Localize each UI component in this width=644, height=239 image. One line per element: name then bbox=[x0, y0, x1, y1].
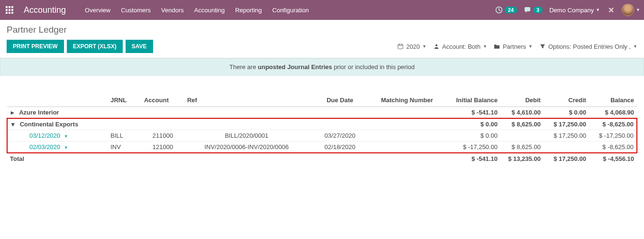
cell-balance: $ 4,068.90 bbox=[589, 107, 637, 119]
col-due: Due Date bbox=[309, 81, 371, 107]
company-name: Demo Company bbox=[549, 7, 594, 14]
nav-customers[interactable]: Customers bbox=[121, 7, 151, 14]
col-balance: Balance bbox=[589, 81, 637, 107]
cell-balance: $ -17,250.00 bbox=[589, 130, 637, 142]
filter-year[interactable]: 2020 ▼ bbox=[397, 43, 426, 50]
apps-menu-icon[interactable] bbox=[4, 4, 15, 16]
col-account: Account bbox=[141, 81, 184, 107]
cell-debit: $ 8,625.00 bbox=[500, 118, 544, 130]
caret-icon: ▼ bbox=[64, 145, 68, 150]
caret-icon: ▼ bbox=[596, 8, 600, 12]
cell-credit: $ 17,250.00 bbox=[544, 118, 589, 130]
cell-debit bbox=[500, 130, 544, 142]
ledger-line[interactable]: 03/12/2020 ▼ BILL 211000 BILL/2020/0001 … bbox=[7, 130, 637, 142]
filter-bar: 2020 ▼ Account: Both ▼ Partners ▼ bbox=[397, 43, 637, 50]
partner-ledger-table: JRNL Account Ref Due Date Matching Numbe… bbox=[7, 81, 637, 164]
cell-due: 03/27/2020 bbox=[309, 130, 371, 142]
cell-account: 211000 bbox=[141, 130, 184, 142]
nav-vendors[interactable]: Vendors bbox=[161, 7, 184, 14]
cell-debit: $ 8,625.00 bbox=[500, 142, 544, 153]
cell-credit bbox=[544, 142, 589, 153]
cell-jrnl: BILL bbox=[108, 130, 141, 142]
filter-options[interactable]: Options: Posted Entries Only , ▼ bbox=[539, 43, 637, 50]
filter-partners-label: Partners bbox=[503, 43, 526, 50]
messages-button[interactable]: 3 bbox=[524, 6, 543, 14]
filter-options-label: Options: Posted Entries Only , bbox=[548, 43, 631, 50]
debug-icon[interactable]: ✕ bbox=[607, 6, 615, 14]
partner-name: Azure Interior bbox=[19, 109, 59, 116]
caret-icon: ▼ bbox=[636, 8, 640, 12]
col-initbal: Initial Balance bbox=[443, 81, 500, 107]
brand[interactable]: Accounting bbox=[24, 5, 66, 15]
caret-icon: ▼ bbox=[633, 44, 637, 49]
cell-due: 02/18/2020 bbox=[309, 142, 371, 153]
total-balance: $ -4,556.10 bbox=[589, 153, 637, 164]
cell-initbal: $ -17,250.00 bbox=[443, 142, 500, 153]
calendar-icon bbox=[397, 43, 404, 50]
user-icon bbox=[433, 43, 440, 50]
activity-count: 24 bbox=[505, 7, 517, 13]
cell-ref: INV/2020/0006-INV/2020/0006 bbox=[184, 142, 309, 153]
caret-icon: ▼ bbox=[528, 44, 533, 49]
avatar bbox=[622, 4, 634, 16]
ledger-line[interactable]: 02/03/2020 ▼ INV 121000 INV/2020/0006-IN… bbox=[7, 142, 637, 153]
svg-rect-1 bbox=[398, 44, 403, 49]
total-label: Total bbox=[7, 153, 108, 164]
caret-icon: ▼ bbox=[483, 44, 487, 49]
save-button[interactable]: SAVE bbox=[126, 40, 153, 53]
col-match: Matching Number bbox=[371, 81, 443, 107]
cell-balance: $ -8,625.00 bbox=[589, 142, 637, 153]
nav-accounting[interactable]: Accounting bbox=[194, 7, 225, 14]
total-initbal: $ -541.10 bbox=[443, 153, 500, 164]
svg-point-5 bbox=[435, 44, 437, 46]
chat-icon bbox=[524, 6, 531, 14]
caret-icon: ▼ bbox=[422, 44, 426, 49]
user-menu[interactable]: ▼ bbox=[622, 4, 640, 16]
cell-balance: $ -8,625.00 bbox=[589, 118, 637, 130]
company-switcher[interactable]: Demo Company ▼ bbox=[549, 7, 600, 14]
col-debit: Debit bbox=[500, 81, 544, 107]
nav-overview[interactable]: Overview bbox=[85, 7, 110, 14]
filter-partners[interactable]: Partners ▼ bbox=[494, 43, 533, 50]
total-debit: $ 13,235.00 bbox=[500, 153, 544, 164]
folder-icon bbox=[494, 43, 500, 50]
nav-configuration[interactable]: Configuration bbox=[272, 7, 309, 14]
total-credit: $ 17,250.00 bbox=[544, 153, 589, 164]
warning-banner: There are unposted Journal Entries prior… bbox=[0, 58, 644, 76]
chat-count: 3 bbox=[533, 7, 543, 13]
export-xlsx-button[interactable]: EXPORT (XLSX) bbox=[67, 40, 123, 53]
clock-icon bbox=[495, 6, 503, 14]
cell-debit: $ 4,610.00 bbox=[500, 107, 544, 119]
col-jrnl: JRNL bbox=[108, 81, 141, 107]
col-credit: Credit bbox=[544, 81, 589, 107]
cell-initbal: $ -541.10 bbox=[443, 107, 500, 119]
filter-account[interactable]: Account: Both ▼ bbox=[433, 43, 487, 50]
cell-initbal: $ 0.00 bbox=[443, 130, 500, 142]
top-navbar: Accounting Overview Customers Vendors Ac… bbox=[0, 0, 644, 20]
col-ref: Ref bbox=[184, 81, 309, 107]
cell-credit: $ 0.00 bbox=[544, 107, 589, 119]
cell-initbal: $ 0.00 bbox=[443, 118, 500, 130]
page-title: Partner Ledger bbox=[7, 25, 637, 35]
filter-icon bbox=[539, 43, 546, 50]
collapse-icon[interactable]: ▾ bbox=[10, 121, 15, 128]
alert-prefix: There are bbox=[229, 63, 258, 71]
partner-row-azure[interactable]: ▸ Azure Interior $ -541.10 $ 4,610.00 $ … bbox=[7, 107, 637, 119]
filter-year-label: 2020 bbox=[406, 43, 420, 50]
cell-account: 121000 bbox=[141, 142, 184, 153]
alert-bold: unposted Journal Entries bbox=[258, 63, 332, 71]
nav-reporting[interactable]: Reporting bbox=[235, 7, 262, 14]
line-date-link[interactable]: 03/12/2020 ▼ bbox=[10, 132, 68, 139]
caret-icon: ▼ bbox=[64, 134, 68, 139]
table-header-row: JRNL Account Ref Due Date Matching Numbe… bbox=[7, 81, 637, 107]
cell-credit: $ 17,250.00 bbox=[544, 130, 589, 142]
activities-button[interactable]: 24 bbox=[495, 6, 517, 14]
partner-row-continental[interactable]: ▾ Continental Exports $ 0.00 $ 8,625.00 … bbox=[7, 118, 637, 130]
line-date-link[interactable]: 02/03/2020 ▼ bbox=[10, 143, 68, 150]
alert-suffix: prior or included in this period bbox=[332, 63, 415, 71]
print-preview-button[interactable]: PRINT PREVIEW bbox=[7, 40, 64, 53]
control-panel: Partner Ledger PRINT PREVIEW EXPORT (XLS… bbox=[0, 20, 644, 58]
expand-icon[interactable]: ▸ bbox=[10, 109, 15, 116]
nav-right: 24 3 Demo Company ▼ ✕ ▼ bbox=[495, 4, 640, 16]
filter-account-label: Account: Both bbox=[442, 43, 481, 50]
